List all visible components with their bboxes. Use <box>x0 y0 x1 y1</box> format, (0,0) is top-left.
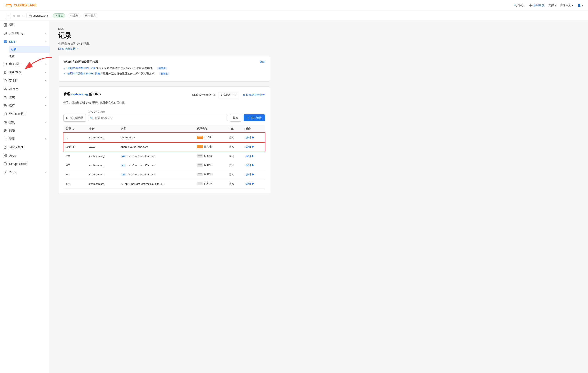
cell-content: 53route2.mx.cloudflare.net <box>118 161 194 170</box>
dns-card-title: 管理 uselesss.org 的 DNS <box>63 92 127 101</box>
completion-content: 建议的完成区域设置的步骤 ✓ 使用向导添加 SPF 记录并定义义允许哪些邮件服务… <box>63 60 169 77</box>
breadcrumb-dot2 <box>17 15 20 17</box>
add-record-btn[interactable]: ＋ 添加记录 <box>243 114 265 121</box>
chevron-zaraz-icon: ▾ <box>45 171 46 174</box>
cell-name: uselesss.org <box>87 133 118 142</box>
hide-button[interactable]: 隐藏 <box>260 60 265 64</box>
back-button[interactable]: ← <box>5 13 11 19</box>
edit-link[interactable]: 编辑 ▶ <box>246 136 254 140</box>
edit-link[interactable]: 编辑 ▶ <box>246 182 254 186</box>
cell-type: MX <box>63 152 87 161</box>
cell-content: cname.vercel-dns.com <box>118 142 194 152</box>
search-input[interactable] <box>88 115 228 121</box>
topnav-left: CLOUDFLARE <box>5 2 37 8</box>
dropdown-arrow-icon: ▾ <box>235 94 237 97</box>
sidebar-item-cache[interactable]: 缓存 ▾ <box>0 101 50 110</box>
sidebar-item-network[interactable]: 网络 <box>0 126 50 135</box>
dns-only-badge: 仅 DNS <box>197 173 212 176</box>
sidebar-sub-settings[interactable]: 设置 <box>9 53 50 60</box>
sidebar-item-custom-pages[interactable]: 自定义页面 <box>0 143 50 151</box>
lang-btn[interactable]: 简体中文 ▾ <box>560 3 573 7</box>
add-site-btn[interactable]: ➕ 添加站点 <box>529 3 544 7</box>
user-btn[interactable]: 👤 ▾ <box>578 4 583 7</box>
svg-rect-30 <box>4 156 5 157</box>
page-section-label: DNS <box>58 27 270 30</box>
chevron-traffic-icon: ▾ <box>45 138 46 140</box>
sidebar-item-traffic[interactable]: 流量 ▾ <box>0 135 50 143</box>
sidebar-item-workers[interactable]: Workers 路由 <box>0 110 50 118</box>
dmarc-link[interactable]: 使用向导添加 DMARC 策略 <box>67 72 100 75</box>
zone-breadcrumb: ··· <box>13 14 24 17</box>
svg-rect-8 <box>4 25 5 26</box>
sidebar-item-analytics[interactable]: 分析和日志 ▾ <box>0 29 50 37</box>
sidebar-item-access[interactable]: Access <box>0 85 50 93</box>
sidebar-label-overview: 概述 <box>9 23 15 27</box>
chevron-speed-icon: ▾ <box>45 96 46 99</box>
cell-type: TXT <box>63 179 87 189</box>
table-row: MXuselesss.org48route3.mx.cloudflare.net… <box>63 152 265 161</box>
sidebar-item-zaraz[interactable]: Zaraz ▾ <box>0 168 50 176</box>
completion-item-2: ✓ 使用向导添加 DMARC 策略并选择未通过身份验证的传出邮件的处理方式。 新… <box>63 72 169 76</box>
sidebar-item-ssl[interactable]: SSL/TLS ▾ <box>0 68 50 77</box>
chevron-ssl-icon: ▾ <box>45 71 46 74</box>
cell-type: CNAME <box>63 142 87 152</box>
cell-ttl: 自动 <box>227 133 243 142</box>
dns-card-header: 管理 uselesss.org 的 DNS 查看、添加和编辑 DNS 记录。编辑… <box>63 92 265 109</box>
dns-submenu: 记录 设置 <box>0 46 50 60</box>
info-icon[interactable]: i <box>212 94 215 97</box>
star-badge[interactable]: ☆ 星号 <box>68 13 80 18</box>
main-inner: DNS 记录 管理您的域的 DNS 记录。 DNS 记录文档 ↗ 建议的完成区域… <box>50 21 278 200</box>
support-btn[interactable]: 支持 ▾ <box>548 3 556 7</box>
priority-badge: 53 <box>121 164 126 167</box>
edit-link[interactable]: 编辑 ▶ <box>246 164 254 167</box>
sidebar-item-overview[interactable]: 概述 <box>0 21 50 29</box>
cell-ttl: 自动 <box>227 170 243 179</box>
cell-content: 29route1.mx.cloudflare.net <box>118 170 194 179</box>
cf-logo[interactable]: CLOUDFLARE <box>5 2 37 8</box>
svg-rect-15 <box>4 63 7 65</box>
cell-name: uselesss.org <box>87 152 118 161</box>
sidebar-label-zaraz: Zaraz <box>9 171 17 174</box>
rules-icon <box>3 121 7 124</box>
sidebar-item-scrape-shield[interactable]: Scrape Shield <box>0 160 50 168</box>
search-btn[interactable]: 搜索 <box>230 114 242 122</box>
sidebar-label-analytics: 分析和日志 <box>9 31 24 35</box>
cell-proxy: 已代理 <box>194 133 227 142</box>
chart-icon <box>3 31 7 35</box>
edit-link[interactable]: 编辑 ▶ <box>246 145 254 149</box>
cell-type: MX <box>63 170 87 179</box>
sidebar-item-dns[interactable]: DNS ▴ <box>0 37 50 46</box>
cell-action: 编辑 ▶ <box>243 142 265 152</box>
import-export-btn[interactable]: 导入和导出 ▾ <box>218 92 239 98</box>
edit-link[interactable]: 编辑 ▶ <box>246 154 254 158</box>
plan-badge[interactable]: Free 计划 <box>83 13 98 18</box>
sidebar-item-speed[interactable]: 速度 ▾ <box>0 93 50 101</box>
sidebar-label-workers: Workers 路由 <box>9 112 27 116</box>
domain-pill[interactable]: uselesss.org <box>26 13 50 18</box>
sidebar-label-rules: 规则 <box>9 121 15 124</box>
completion-item-1: ✓ 使用向导添加 SPF 记录并定义义允许哪些邮件服务器为您的域发送邮件。 新警… <box>63 66 169 70</box>
sidebar-label-network: 网络 <box>9 129 15 132</box>
sidebar-item-email[interactable]: 电子邮件 ▾ <box>0 60 50 68</box>
dns-icon <box>3 40 7 44</box>
new-badge-2: 新警报 <box>159 72 169 75</box>
dashboard-settings-btn[interactable]: ⚙ 仪表板显示设置 <box>243 93 265 97</box>
filter-btn[interactable]: ⚟ 添加筛选器 <box>63 114 86 122</box>
cell-proxy: 已代理 <box>194 142 227 152</box>
sidebar-label-dns: DNS <box>9 40 15 43</box>
dns-table-body: Auselesss.org76.76.21.21 已代理自动编辑 ▶CNAMEw… <box>63 133 265 189</box>
dns-card-title-wrap: 管理 uselesss.org 的 DNS 查看、添加和编辑 DNS 记录。编辑… <box>63 92 127 109</box>
sidebar-label-email: 电子邮件 <box>9 62 21 66</box>
edit-link[interactable]: 编辑 ▶ <box>246 173 254 176</box>
new-badge-1: 新警报 <box>157 66 167 70</box>
dns-only-badge: 仅 DNS <box>197 182 212 186</box>
spf-link[interactable]: 使用向导添加 SPF 记录 <box>67 66 96 70</box>
filter-icon: ⚟ <box>66 116 69 120</box>
doc-link[interactable]: DNS 记录文档 ↗ <box>58 47 79 51</box>
search-goto[interactable]: 🔍 转到... <box>514 3 525 7</box>
sidebar-sub-records[interactable]: 记录 <box>9 46 50 53</box>
sidebar-item-rules[interactable]: 规则 ▾ <box>0 118 50 126</box>
sidebar-item-security[interactable]: 安全性 ▾ <box>0 77 50 85</box>
breadcrumb-more[interactable]: ··· <box>21 14 24 17</box>
sidebar-item-apps[interactable]: Apps <box>0 151 50 160</box>
